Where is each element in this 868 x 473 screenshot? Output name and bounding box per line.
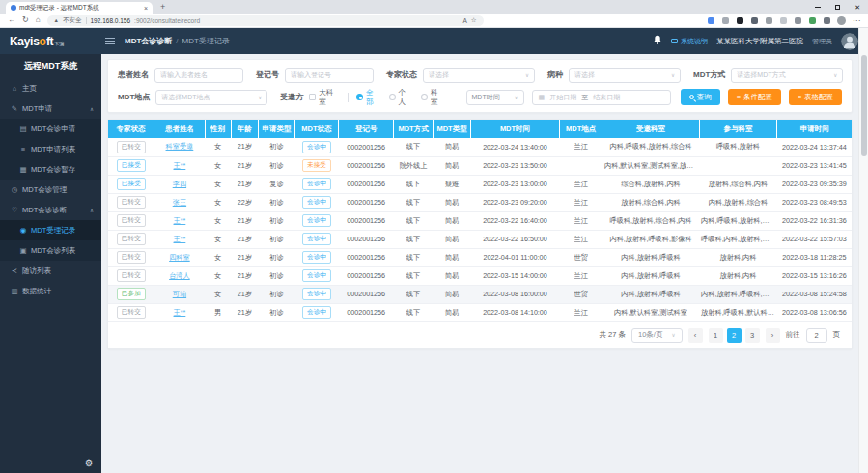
cell-register-no: 0002001256 [339,175,394,193]
breadcrumb: MDT会诊诊断 / MDT受理记录 [125,36,230,46]
radio-dept-icon [421,94,428,100]
sidebar-collapse-icon[interactable] [105,38,115,44]
table-config-button[interactable]: ≡ 表格配置 [789,89,842,105]
window-minimize-button[interactable] [815,7,821,8]
register-no-input[interactable]: 请输入登记号 [285,68,374,83]
condition-config-button[interactable]: ≡ 条件配置 [728,89,781,105]
patient-name-link[interactable]: 王** [174,161,186,170]
favorite-star-icon[interactable]: ☆ [471,16,477,24]
patient-name-link[interactable]: 王** [174,235,186,243]
radio-personal[interactable]: 个人 [389,88,412,107]
prev-page-button[interactable]: ‹ [688,328,703,343]
extension-icon-9[interactable] [824,17,830,24]
mdt-time-select[interactable]: MDT时间∨ [466,90,524,105]
scrollbar-thumb[interactable] [861,55,867,156]
table-row[interactable]: 已转交王**男21岁初诊会诊中0002001256线下简易2022-03-08 … [108,303,852,321]
table-row[interactable]: 已接受李四女21岁复诊会诊中0002001256线下疑难2022-03-23 1… [108,175,852,193]
patient-name-link[interactable]: 王** [174,216,186,225]
sidebar-item[interactable]: ≺随访列表 [0,261,101,281]
sidebar-item[interactable]: ⌂主页 [0,78,101,98]
dept-group-checkbox[interactable] [309,94,316,100]
page-size-select[interactable]: 10条/页∨ [631,328,682,343]
table-row[interactable]: 已转交台湾人女21岁初诊会诊中0002001256线下简易2022-03-15 … [108,266,852,285]
table-row[interactable]: 已参加可箱女21岁初诊会诊中0002001256线下简易2022-03-08 1… [108,285,852,303]
page-button-3[interactable]: 3 [745,328,760,343]
cell-apply-type: 初诊 [259,156,295,175]
cell-apply-time: 2022-03-24 13:37:44 [777,138,852,156]
main-content: 患者姓名 请输入患者姓名 登记号 请输入登记号 专家状态 请选择∨ 病种 请选择… [101,54,858,473]
patient-name-link[interactable]: 四科室 [169,253,190,262]
user-avatar[interactable] [841,33,858,50]
sidebar-item[interactable]: ◷MDT会诊管理 [0,180,101,200]
cell-expert-status: 已接受 [108,156,154,175]
column-header: MDT时间 [471,120,560,138]
extension-icon-6[interactable] [780,17,787,24]
patient-name-link[interactable]: 科室受邀 [166,142,194,151]
radio-all[interactable]: 全部 [356,88,379,107]
extension-icon-7[interactable] [795,17,801,24]
table-row[interactable]: 已转交张三女22岁初诊会诊中0002001256线下简易2022-03-23 0… [108,193,852,211]
radio-dept[interactable]: 科室 [421,88,444,107]
system-note-link[interactable]: 系统说明 [671,37,708,46]
mdt-mode-select[interactable]: 请选择MDT方式∨ [731,68,843,83]
expert-status-select[interactable]: 请选择∨ [423,68,535,83]
cell-apply-type: 初诊 [259,266,295,285]
extension-icon-5[interactable] [766,17,772,24]
sidebar-item[interactable]: ≡MDT申请列表 [0,139,101,159]
mdt-place-select[interactable]: 请选择MDT地点∨ [155,90,267,105]
browser-tab[interactable]: mdt受理记录 - 远程MDT系统 × [6,2,153,14]
browser-profile-avatar[interactable] [837,16,846,25]
sidebar-item[interactable]: ▤MDT会诊申请 [0,119,101,139]
table-row[interactable]: 已转交王**女21岁初诊会诊中0002001256线下简易2022-03-22 … [108,230,852,248]
page-button-1[interactable]: 1 [709,328,723,343]
bell-icon[interactable] [653,35,662,47]
cell-register-no: 0002001256 [339,193,394,211]
disease-select[interactable]: 请选择∨ [569,68,681,83]
sidebar-item[interactable]: ◉MDT受理记录 [0,220,101,240]
date-range-input[interactable]: ▦ 开始日期 至 结束日期 [532,90,671,105]
patient-name-link[interactable]: 可箱 [173,290,186,298]
table-row[interactable]: 已转交王**女21岁初诊会诊中0002001256线下简易2022-03-22 … [108,211,852,230]
goto-page-input[interactable]: 2 [806,328,827,343]
sidebar-item[interactable]: ✎MDT申请∧ [0,98,101,119]
cell-mdt-status: 会诊中 [294,303,338,321]
page-button-2[interactable]: 2 [727,328,742,343]
back-icon[interactable]: ← [8,16,15,24]
browser-more-icon[interactable]: ⋯ [853,16,860,25]
gear-icon[interactable]: ⚙ [85,459,93,468]
patient-name-input[interactable]: 请输入患者姓名 [154,68,243,83]
extension-icon-4[interactable] [751,17,758,24]
home-icon[interactable]: ⌂ [36,16,41,24]
chevron-up-icon: ∧ [90,106,94,112]
radio-all-label: 全部 [366,88,380,107]
patient-name-link[interactable]: 张三 [173,198,186,207]
sidebar-item[interactable]: ▣MDT会诊列表 [0,240,101,261]
sidebar-item-label: 数据统计 [22,287,51,296]
address-input[interactable]: ▲ 不安全 192.168.0.156 :9002/consultate/rec… [47,15,484,26]
extension-icon-8[interactable] [809,17,816,24]
table-row[interactable]: 已转交科室受邀女21岁初诊会诊中0002001256线下简易2022-03-24… [108,138,852,156]
table-row[interactable]: 已转交四科室女21岁初诊会诊中0002001256线下简易2022-04-01 … [108,248,852,266]
new-tab-button[interactable]: + [160,1,165,14]
window-close-button[interactable]: ✕ [854,4,860,11]
url-host: 192.168.0.156 [91,17,131,24]
system-note-label: 系统说明 [681,37,708,46]
reload-icon[interactable]: ↻ [22,16,29,24]
mdt-mode-placeholder: 请选择MDT方式 [737,70,829,80]
next-page-button[interactable]: › [766,328,780,343]
sidebar-item[interactable]: ♡MDT会诊诊断∧ [0,200,101,220]
patient-name-link[interactable]: 王** [174,308,186,317]
tab-close-icon[interactable]: × [144,5,148,12]
extension-icon-3[interactable] [737,17,743,24]
sidebar-item[interactable]: ▦MDT会诊暂存 [0,159,101,180]
table-row[interactable]: 已接受王**女21岁初诊未接受0002001256院外线上简易2022-03-2… [108,156,852,175]
read-aloud-icon[interactable]: A [462,17,466,24]
sidebar-item[interactable]: ▥数据统计 [0,281,101,301]
query-button[interactable]: 查询 [681,89,720,105]
patient-name-link[interactable]: 台湾人 [169,271,190,280]
cell-mdt-place: 兰江 [559,230,602,248]
extension-icon-1[interactable] [708,17,714,24]
extension-icon-2[interactable] [722,17,729,24]
patient-name-link[interactable]: 李四 [173,180,186,188]
window-maximize-button[interactable] [835,5,840,10]
